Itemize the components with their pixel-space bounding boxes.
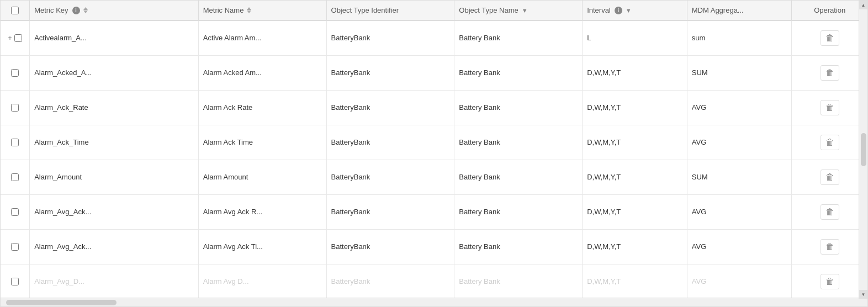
object-type-name-cell: Battery Bank [454,160,583,194]
table-row: Alarm_Avg_Ack...Alarm Avg Ack Ti...Batte… [1,229,867,264]
object-type-identifier-cell: BatteryBank [326,160,454,194]
row-checkbox[interactable] [11,69,19,77]
interval-cell: D,W,M,Y,T [583,125,687,160]
metric-key-cell: Alarm_Amount [30,160,199,194]
operation-cell: 🗑 [792,229,867,264]
operation-cell: 🗑 [792,55,867,90]
mdm-aggregate-cell: AVG [687,229,792,264]
delete-button[interactable]: 🗑 [821,30,839,46]
object-type-name-header: Object Type Name ▼ [454,1,583,20]
metric-name-label: Metric Name [203,6,244,14]
object-type-name-cell: Battery Bank [454,229,583,264]
row-checkbox[interactable] [11,139,19,146]
object-type-name-filter-icon[interactable]: ▼ [522,7,528,14]
interval-label: Interval [587,6,611,14]
row-checkbox[interactable] [11,208,19,216]
table-row: +Activealarm_A...Active Alarm Am...Batte… [1,20,867,55]
row-checkbox-cell [1,194,30,229]
object-type-name-cell: Battery Bank [454,264,583,298]
metric-name-cell: Active Alarm Am... [198,20,326,55]
mdm-aggregate-cell: AVG [687,194,792,229]
operation-cell: 🗑 [792,90,867,125]
delete-button[interactable]: 🗑 [821,239,839,255]
row-checkbox-cell [1,125,30,160]
object-type-name-cell: Battery Bank [454,194,583,229]
object-type-identifier-cell: BatteryBank [326,229,454,264]
metric-key-cell: Activealarm_A... [30,20,199,55]
metric-key-header: Metric Key i [30,1,199,20]
object-type-name-cell: Battery Bank [454,90,583,125]
row-checkbox[interactable] [11,243,19,251]
object-type-identifier-cell: BatteryBank [326,194,454,229]
delete-button[interactable]: 🗑 [821,65,839,81]
object-type-name-label: Object Type Name [459,6,518,14]
operation-header: Operation [792,1,867,20]
metric-name-sort-icon[interactable] [247,7,251,13]
row-checkbox-cell [1,229,30,264]
interval-cell: L [583,20,687,55]
interval-filter-icon[interactable]: ▼ [626,7,632,14]
object-type-identifier-cell: BatteryBank [326,125,454,160]
table-scroll-area[interactable]: Metric Key i Metric [1,1,867,298]
metric-name-cell: Alarm Acked Am... [198,55,326,90]
row-checkbox[interactable] [11,104,19,112]
metric-key-label: Metric Key [34,6,68,14]
metric-name-cell: Alarm Ack Rate [198,90,326,125]
vertical-scrollbar[interactable]: ▲ ▼ [859,1,867,299]
metric-name-cell: Alarm Avg D... [198,264,326,298]
delete-button[interactable]: 🗑 [821,274,839,289]
table-row: Alarm_Avg_Ack...Alarm Avg Ack R...Batter… [1,194,867,229]
object-type-name-cell: Battery Bank [454,20,583,55]
object-type-identifier-cell: BatteryBank [326,90,454,125]
object-type-identifier-cell: BatteryBank [326,55,454,90]
operation-label: Operation [814,6,845,14]
operation-cell: 🗑 [792,160,867,194]
data-table: Metric Key i Metric [0,0,868,307]
select-all-checkbox[interactable] [11,7,19,14]
metric-name-cell: Alarm Amount [198,160,326,194]
interval-cell: D,W,M,Y,T [583,90,687,125]
row-checkbox-cell [1,264,30,298]
row-checkbox[interactable] [14,34,22,42]
delete-button[interactable]: 🗑 [821,100,839,115]
mdm-aggregate-cell: SUM [687,160,792,194]
object-type-identifier-cell: BatteryBank [326,20,454,55]
row-checkbox[interactable] [11,173,19,181]
metric-key-sort-icon[interactable] [83,7,88,13]
mdm-aggregate-label: MDM Aggrega... [692,6,744,14]
table-row: Alarm_AmountAlarm AmountBatteryBankBatte… [1,160,867,194]
row-checkbox[interactable] [11,278,19,285]
object-type-identifier-cell: BatteryBank [326,264,454,298]
metric-key-cell: Alarm_Avg_D... [30,264,199,298]
metric-key-cell: Alarm_Avg_Ack... [30,194,199,229]
row-checkbox-cell [1,55,30,90]
metric-key-cell: Alarm_Acked_A... [30,55,199,90]
row-checkbox-cell [1,160,30,194]
expand-icon[interactable]: + [8,34,12,42]
vertical-scrollbar-thumb[interactable] [861,133,866,166]
checkbox-header [1,1,30,20]
delete-button[interactable]: 🗑 [821,170,839,185]
scroll-up-arrow[interactable]: ▲ [859,1,868,9]
metric-key-cell: Alarm_Avg_Ack... [30,229,199,264]
row-checkbox-cell [1,90,30,125]
table-row: Alarm_Ack_TimeAlarm Ack TimeBatteryBankB… [1,125,867,160]
object-type-identifier-label: Object Type Identifier [331,6,399,14]
scroll-down-arrow[interactable]: ▼ [859,290,868,299]
mdm-aggregate-header: MDM Aggrega... [687,1,792,20]
object-type-name-cell: Battery Bank [454,125,583,160]
metric-key-info-icon: i [72,7,80,14]
table-row: Alarm_Acked_A...Alarm Acked Am...Battery… [1,55,867,90]
object-type-name-cell: Battery Bank [454,55,583,90]
metric-name-header: Metric Name [198,1,326,20]
horizontal-scrollbar[interactable] [1,298,867,306]
delete-button[interactable]: 🗑 [821,135,839,150]
table-row: Alarm_Ack_RateAlarm Ack RateBatteryBankB… [1,90,867,125]
interval-cell: D,W,M,Y,T [583,264,687,298]
operation-cell: 🗑 [792,264,867,298]
horizontal-scrollbar-thumb[interactable] [6,300,117,305]
row-checkbox-cell: + [1,20,30,55]
delete-button[interactable]: 🗑 [821,204,839,220]
operation-cell: 🗑 [792,20,867,55]
operation-cell: 🗑 [792,125,867,160]
